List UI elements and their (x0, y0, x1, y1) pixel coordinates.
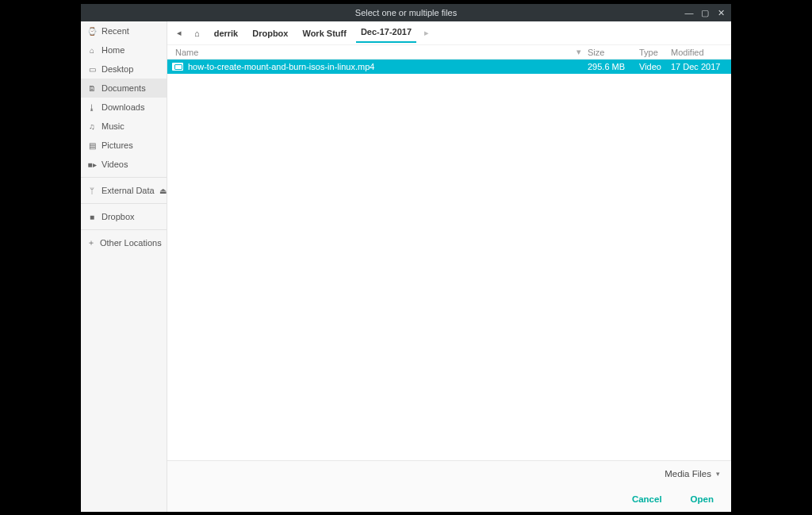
sidebar-item-downloads[interactable]: ⭳ Downloads (81, 98, 167, 117)
cancel-button[interactable]: Cancel (626, 491, 668, 507)
sidebar-item-home[interactable]: ⌂ Home (81, 40, 167, 60)
titlebar: Select one or multiple files — ▢ ✕ (81, 4, 731, 21)
column-header-type[interactable]: Type (639, 48, 671, 57)
desktop-icon: ▭ (87, 65, 97, 74)
file-type-filter[interactable]: Media Files ▾ (665, 469, 720, 478)
chevron-down-icon: ▾ (716, 470, 720, 478)
maximize-button[interactable]: ▢ (699, 8, 710, 18)
sidebar-item-label: Videos (102, 159, 128, 169)
column-header-name[interactable]: Name ▾ (172, 47, 588, 57)
video-icon: ■▸ (87, 160, 97, 169)
sidebar-item-label: External Data (102, 186, 155, 195)
minimize-button[interactable]: — (684, 8, 695, 17)
file-chooser-window: Select one or multiple files — ▢ ✕ ⌚ Rec… (81, 4, 731, 512)
file-row[interactable]: how-to-create-mount-and-burn-isos-in-lin… (167, 60, 731, 74)
sidebar-separator (81, 203, 167, 204)
sidebar-item-label: Pictures (102, 140, 133, 150)
plus-icon: ＋ (87, 237, 95, 248)
window-body: ⌚ Recent ⌂ Home ▭ Desktop 🗎 Documents ⭳ … (81, 21, 731, 512)
sidebar-separator (81, 229, 167, 230)
sort-indicator-icon: ▾ (576, 47, 588, 57)
back-button[interactable]: ◂ (174, 28, 185, 38)
sidebar-item-dropbox[interactable]: ■ Dropbox (81, 207, 167, 226)
file-type: Video (639, 62, 671, 71)
breadcrumb[interactable]: Dropbox (247, 25, 293, 41)
sidebar-item-label: Music (102, 121, 124, 131)
sidebar: ⌚ Recent ⌂ Home ▭ Desktop 🗎 Documents ⭳ … (81, 21, 167, 512)
sidebar-item-music[interactable]: ♫ Music (81, 117, 167, 136)
sidebar-item-label: Other Locations (100, 238, 162, 248)
footer: Media Files ▾ Cancel Open (167, 460, 731, 512)
folder-icon: ■ (87, 213, 97, 221)
clock-icon: ⌚ (87, 27, 97, 36)
home-crumb-icon[interactable]: ⌂ (190, 25, 205, 41)
sidebar-item-label: Recent (102, 26, 129, 36)
download-icon: ⭳ (87, 103, 97, 112)
sidebar-item-label: Dropbox (102, 212, 135, 221)
file-modified: 17 Dec 2017 (671, 62, 726, 71)
sidebar-item-other-locations[interactable]: ＋ Other Locations (81, 233, 167, 252)
sidebar-item-recent[interactable]: ⌚ Recent (81, 21, 167, 40)
file-list: how-to-create-mount-and-burn-isos-in-lin… (167, 60, 731, 460)
sidebar-item-videos[interactable]: ■▸ Videos (81, 155, 167, 174)
music-icon: ♫ (87, 122, 97, 131)
file-name: how-to-create-mount-and-burn-isos-in-lin… (188, 62, 588, 71)
sidebar-item-label: Desktop (102, 64, 133, 74)
filter-label: Media Files (665, 469, 711, 478)
close-button[interactable]: ✕ (715, 8, 726, 18)
sidebar-item-documents[interactable]: 🗎 Documents (81, 79, 167, 98)
sidebar-item-label: Documents (102, 83, 146, 93)
sidebar-item-external-data[interactable]: ᛘ External Data ⏏ (81, 181, 167, 200)
sidebar-item-label: Home (102, 45, 124, 55)
column-header-row: Name ▾ Size Type Modified (167, 45, 731, 60)
sidebar-separator (81, 177, 167, 178)
usb-icon: ᛘ (87, 186, 97, 195)
video-file-icon (172, 63, 183, 71)
column-header-modified[interactable]: Modified (671, 48, 726, 57)
eject-icon[interactable]: ⏏ (159, 186, 167, 195)
pathbar: ◂ ⌂ derrik Dropbox Work Stuff Dec-17-201… (167, 21, 731, 45)
breadcrumb[interactable]: derrik (209, 25, 243, 41)
file-size: 295.6 MB (588, 62, 639, 71)
open-button[interactable]: Open (684, 491, 720, 507)
sidebar-item-desktop[interactable]: ▭ Desktop (81, 60, 167, 79)
window-title: Select one or multiple files (355, 8, 457, 17)
forward-button[interactable]: ▸ (421, 28, 432, 38)
column-header-size[interactable]: Size (588, 48, 639, 57)
breadcrumb-current[interactable]: Dec-17-2017 (356, 24, 416, 43)
sidebar-item-pictures[interactable]: ▤ Pictures (81, 136, 167, 155)
document-icon: 🗎 (87, 84, 97, 93)
breadcrumb[interactable]: Work Stuff (297, 25, 350, 41)
sidebar-item-label: Downloads (102, 102, 144, 112)
home-icon: ⌂ (87, 46, 97, 55)
window-controls: — ▢ ✕ (684, 4, 726, 21)
picture-icon: ▤ (87, 141, 97, 150)
main-panel: ◂ ⌂ derrik Dropbox Work Stuff Dec-17-201… (167, 21, 731, 512)
column-label: Name (175, 48, 198, 57)
